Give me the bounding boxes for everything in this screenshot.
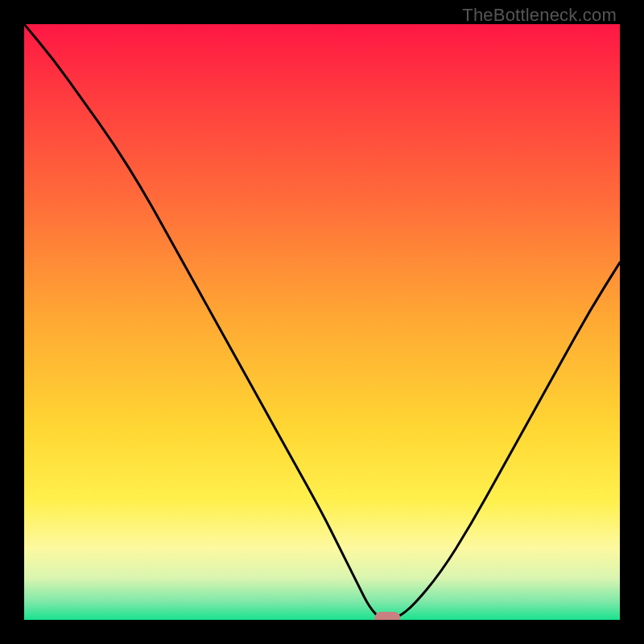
chart-background bbox=[24, 24, 620, 620]
bottleneck-chart bbox=[24, 24, 620, 620]
watermark-text: TheBottleneck.com bbox=[462, 5, 617, 26]
optimal-marker bbox=[374, 612, 400, 620]
chart-container bbox=[24, 24, 620, 620]
